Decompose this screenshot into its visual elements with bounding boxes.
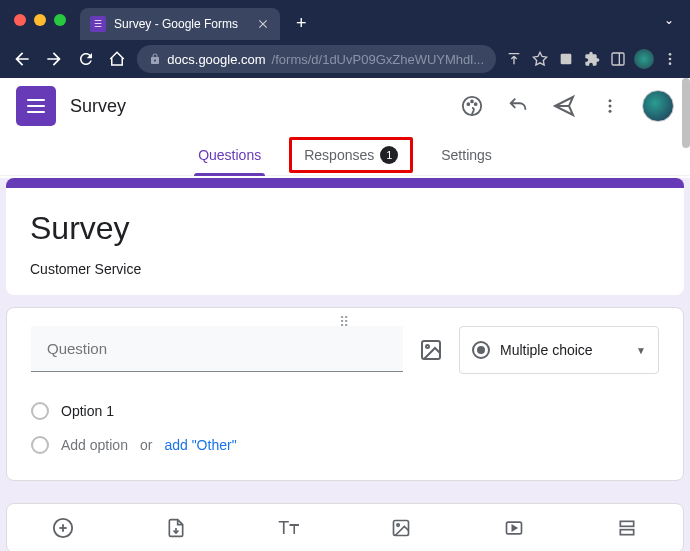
or-text: or — [140, 437, 152, 453]
svg-point-10 — [609, 99, 612, 102]
tab-title: Survey - Google Forms — [114, 17, 248, 31]
svg-rect-22 — [620, 521, 633, 526]
tab-favicon: ☰ — [90, 16, 106, 32]
extension-icons — [504, 49, 680, 69]
import-questions-icon[interactable] — [164, 516, 188, 540]
menu-icon[interactable] — [660, 49, 680, 69]
window-maximize[interactable] — [54, 14, 66, 26]
reload-button[interactable] — [74, 47, 98, 71]
tab-questions[interactable]: Questions — [194, 134, 265, 176]
extension-icon[interactable] — [556, 49, 576, 69]
highlight-annotation: Responses 1 — [289, 137, 413, 173]
svg-marker-21 — [512, 526, 516, 531]
star-icon[interactable] — [530, 49, 550, 69]
send-icon[interactable] — [550, 92, 578, 120]
home-button[interactable] — [105, 47, 129, 71]
undo-icon[interactable] — [504, 92, 532, 120]
svg-point-4 — [669, 58, 672, 61]
svg-point-19 — [397, 524, 400, 527]
lock-icon — [149, 53, 161, 65]
responses-badge: 1 — [380, 146, 398, 164]
panel-icon[interactable] — [608, 49, 628, 69]
add-other-button[interactable]: add "Other" — [164, 437, 236, 453]
radio-icon — [472, 341, 490, 359]
nav-bar: docs.google.com/forms/d/1dUvP09GxZheWUYM… — [0, 40, 690, 78]
add-section-icon[interactable] — [615, 516, 639, 540]
forward-button[interactable] — [42, 47, 66, 71]
tab-responses[interactable]: Responses 1 — [300, 134, 402, 176]
add-image-toolbar-icon[interactable] — [389, 516, 413, 540]
svg-rect-23 — [620, 530, 633, 535]
app-content: Survey Questions Responses 1 Settings Su… — [0, 78, 690, 551]
window-close[interactable] — [14, 14, 26, 26]
chevron-down-icon: ▼ — [636, 345, 646, 356]
option-label[interactable]: Option 1 — [61, 403, 114, 419]
form-header-card[interactable]: Survey Customer Service — [6, 188, 684, 295]
drag-handle-icon[interactable]: ⠿ — [339, 314, 351, 330]
form-area: Survey Customer Service ⠿ Multiple choic… — [0, 178, 690, 551]
svg-rect-0 — [561, 54, 572, 65]
forms-header: Survey — [0, 78, 690, 134]
tab-bar: ☰ Survey - Google Forms + ⌄ — [0, 0, 690, 40]
add-title-icon[interactable]: Tᴛ — [277, 516, 301, 540]
svg-point-12 — [609, 110, 612, 113]
tab-close-icon[interactable] — [256, 17, 270, 31]
svg-point-7 — [467, 103, 469, 105]
form-description[interactable]: Customer Service — [30, 261, 660, 277]
browser-chrome: ☰ Survey - Google Forms + ⌄ docs.google.… — [0, 0, 690, 78]
profile-avatar[interactable] — [634, 49, 654, 69]
window-minimize[interactable] — [34, 14, 46, 26]
user-avatar[interactable] — [642, 90, 674, 122]
svg-point-14 — [426, 345, 429, 348]
option-radio-icon — [31, 436, 49, 454]
option-row[interactable]: Option 1 — [31, 394, 659, 428]
back-button[interactable] — [10, 47, 34, 71]
traffic-lights — [8, 14, 72, 26]
share-icon[interactable] — [504, 49, 524, 69]
svg-point-3 — [669, 53, 672, 56]
svg-point-8 — [471, 101, 473, 103]
forms-logo[interactable] — [16, 86, 56, 126]
svg-point-9 — [475, 103, 477, 105]
option-radio-icon — [31, 402, 49, 420]
add-image-icon[interactable] — [419, 338, 443, 362]
doc-title[interactable]: Survey — [70, 96, 126, 117]
svg-point-11 — [609, 105, 612, 108]
puzzle-icon[interactable] — [582, 49, 602, 69]
question-input[interactable] — [31, 326, 403, 372]
add-option-row: Add option or add "Other" — [31, 428, 659, 462]
type-label: Multiple choice — [500, 342, 593, 358]
form-title[interactable]: Survey — [30, 210, 660, 247]
tabs-dropdown-icon[interactable]: ⌄ — [664, 13, 674, 27]
add-option-button[interactable]: Add option — [61, 437, 128, 453]
url-path: /forms/d/1dUvP09GxZheWUYMhdl... — [272, 52, 484, 67]
add-video-icon[interactable] — [502, 516, 526, 540]
palette-icon[interactable] — [458, 92, 486, 120]
svg-point-5 — [669, 62, 672, 65]
more-icon[interactable] — [596, 92, 624, 120]
question-card[interactable]: ⠿ Multiple choice ▼ Option 1 Add option — [6, 307, 684, 481]
question-toolbar: Tᴛ — [6, 503, 684, 551]
header-actions — [458, 90, 674, 122]
form-accent-bar — [6, 178, 684, 188]
scrollbar[interactable] — [682, 78, 690, 148]
add-question-icon[interactable] — [51, 516, 75, 540]
tab-settings[interactable]: Settings — [437, 134, 496, 176]
url-host: docs.google.com — [167, 52, 265, 67]
form-tabs: Questions Responses 1 Settings — [0, 134, 690, 176]
url-bar[interactable]: docs.google.com/forms/d/1dUvP09GxZheWUYM… — [137, 45, 496, 73]
svg-rect-1 — [612, 53, 624, 65]
browser-tab[interactable]: ☰ Survey - Google Forms — [80, 8, 280, 40]
new-tab-button[interactable]: + — [296, 13, 307, 34]
question-type-select[interactable]: Multiple choice ▼ — [459, 326, 659, 374]
